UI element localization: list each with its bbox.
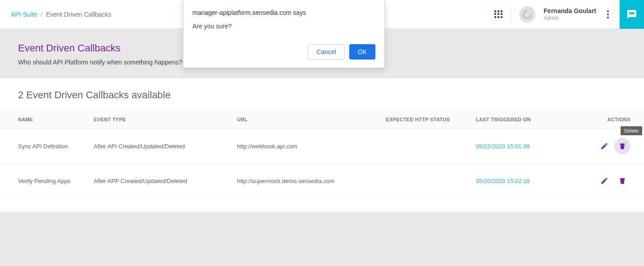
avatar[interactable]: [519, 6, 535, 23]
cell-actions: [580, 164, 644, 198]
cell-expected-status: [382, 164, 472, 198]
kebab-menu-icon[interactable]: [604, 8, 612, 21]
dialog-host: manager-apiplatform.sensedia.com says: [192, 9, 375, 16]
content-panel: 2 Event Driven Callbacks available NAME …: [0, 78, 644, 212]
top-bar-right: Fernanda Goulart Admin: [494, 0, 633, 29]
th-event-type: EVENT TYPE: [90, 110, 233, 129]
dialog-actions: Cancel OK: [192, 44, 375, 60]
th-last-triggered: LAST TRIGGERED ON: [472, 110, 580, 129]
edit-button[interactable]: [596, 173, 612, 189]
confirm-dialog: manager-apiplatform.sensedia.com says Ar…: [183, 0, 385, 68]
cancel-button[interactable]: Cancel: [308, 44, 345, 60]
cell-last-triggered: 05/22/2020 15:01:39: [472, 129, 580, 164]
breadcrumb-current: Event Driven Callbacks: [46, 11, 111, 18]
th-url: URL: [233, 110, 382, 129]
chat-icon: [626, 9, 637, 20]
user-info: Fernanda Goulart Admin: [544, 7, 596, 21]
delete-button[interactable]: [614, 138, 630, 154]
th-name: NAME: [0, 110, 90, 129]
cell-name: Verify Pending Apps: [0, 164, 90, 198]
apps-icon[interactable]: [494, 10, 502, 18]
divider: [511, 8, 511, 21]
breadcrumb-separator: /: [41, 11, 42, 18]
pencil-icon: [600, 142, 608, 150]
cell-event-type: After APP Created/Updated/Deleted: [90, 164, 233, 198]
user-role: Admin: [544, 15, 596, 21]
avatar-spinner-icon: [521, 8, 534, 20]
panel-title: 2 Event Driven Callbacks available: [0, 78, 644, 110]
cell-event-type: After API Created/Updated/Deleted: [90, 129, 233, 164]
breadcrumb: API Suite / Event Driven Callbacks: [11, 11, 111, 18]
table-row: Sync API Definition After API Created/Up…: [0, 129, 644, 164]
trash-icon: [618, 142, 626, 150]
cell-last-triggered: 05/20/2020 15:02:18: [472, 164, 580, 198]
cell-url: http://supermock.demo.sensedia.com: [233, 164, 382, 198]
delete-button[interactable]: [614, 173, 630, 189]
table-row: Verify Pending Apps After APP Created/Up…: [0, 164, 644, 198]
chat-button[interactable]: [620, 0, 644, 29]
pencil-icon: [600, 177, 608, 185]
delete-tooltip: Delete: [621, 126, 642, 135]
table-header-row: NAME EVENT TYPE URL EXPECTED HTTP STATUS…: [0, 110, 644, 129]
th-expected-status: EXPECTED HTTP STATUS: [382, 110, 472, 129]
trash-icon: [618, 177, 626, 185]
edit-button[interactable]: [596, 138, 612, 154]
callbacks-table: NAME EVENT TYPE URL EXPECTED HTTP STATUS…: [0, 110, 644, 198]
ok-button[interactable]: OK: [349, 44, 375, 60]
breadcrumb-root[interactable]: API Suite: [11, 11, 37, 18]
dialog-message: Are you sure?: [192, 23, 375, 30]
user-name: Fernanda Goulart: [544, 7, 596, 15]
cell-url: http://webhook.api.com: [233, 129, 382, 164]
cell-name: Sync API Definition: [0, 129, 90, 164]
cell-expected-status: [382, 129, 472, 164]
